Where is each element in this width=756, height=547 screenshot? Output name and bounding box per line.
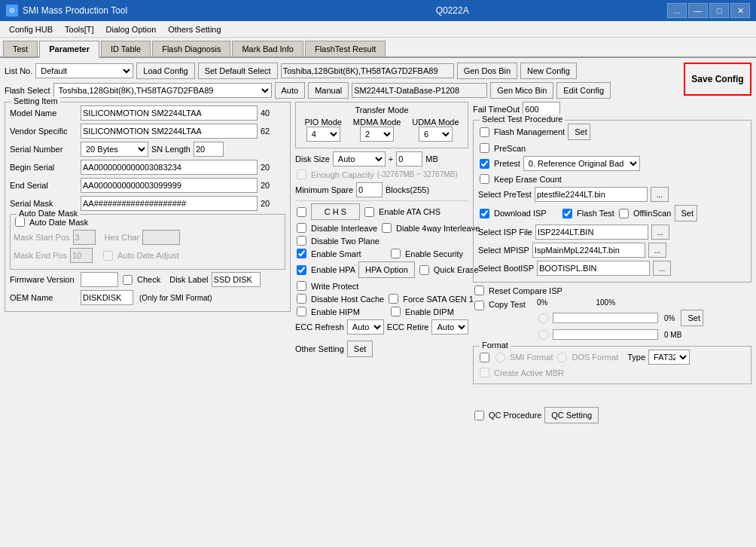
other-setting-set-button[interactable]: Set	[347, 341, 373, 357]
load-config-button[interactable]: Load Config	[136, 63, 194, 79]
pretest-checkbox[interactable]	[480, 159, 489, 169]
write-protect-checkbox[interactable]	[297, 281, 306, 291]
menu-dialog-option[interactable]: Dialog Option	[100, 23, 163, 35]
serial-number-select[interactable]: 20 Bytes	[81, 142, 148, 157]
set-default-select-button[interactable]: Set Default Select	[198, 63, 278, 79]
select-isp-file-input[interactable]	[535, 225, 648, 240]
disable-interleave-checkbox[interactable]	[297, 223, 306, 233]
gen-mico-bin-button[interactable]: Gen Mico Bin	[490, 82, 553, 99]
enable-dipm-checkbox[interactable]	[391, 307, 401, 316]
new-config-button[interactable]: New Config	[520, 63, 577, 79]
force-sata-gen1-checkbox[interactable]	[389, 294, 398, 304]
enable-hpa-checkbox[interactable]	[297, 265, 306, 275]
disable-4way-checkbox[interactable]	[382, 223, 392, 233]
manual-button[interactable]: Manual	[308, 82, 349, 99]
copy-test-set-button[interactable]: Set	[681, 310, 703, 326]
firmware-version-input[interactable]	[81, 272, 118, 287]
gen-dos-bin-button[interactable]: Gen Dos Bin	[457, 63, 517, 79]
maximize-button[interactable]: □	[709, 3, 729, 18]
select-pretest-browse[interactable]: ...	[651, 187, 669, 202]
quick-erase-checkbox[interactable]	[419, 265, 429, 275]
copy-test-radio2[interactable]	[538, 330, 548, 340]
enable-security-checkbox[interactable]	[391, 249, 401, 258]
qc-setting-button[interactable]: QC Setting	[544, 407, 599, 423]
flash-select-dropdown[interactable]: Toshiba,128Gbit(8K),TH58TAG7D2FBA89	[53, 83, 272, 98]
select-bootisp-browse[interactable]: ...	[653, 261, 671, 276]
dos-format-radio[interactable]	[557, 353, 567, 362]
disk-size-select[interactable]: Auto	[333, 151, 386, 167]
auto-date-mask-checkbox[interactable]	[15, 217, 25, 227]
tab-mark-bad-info[interactable]: Mark Bad Info	[232, 41, 303, 57]
copy-test-checkbox[interactable]	[474, 301, 484, 310]
edit-config-button[interactable]: Edit Config	[556, 82, 611, 99]
tab-flashtest-result[interactable]: FlashTest Result	[305, 41, 386, 57]
chs-checkbox[interactable]	[297, 207, 306, 217]
tab-test[interactable]: Test	[3, 41, 38, 57]
prescan-checkbox[interactable]	[480, 143, 489, 153]
begin-serial-input[interactable]	[81, 160, 258, 175]
disk-label-input[interactable]	[212, 272, 261, 287]
qc-procedure-label: QC Procedure	[489, 411, 541, 420]
udma-mode-select[interactable]: 6	[419, 127, 453, 142]
mask-end-pos-input[interactable]	[70, 248, 93, 263]
select-isp-file-browse[interactable]: ...	[651, 225, 669, 240]
top-row-1: List No. Default Load Config Set Default…	[5, 63, 751, 79]
qc-procedure-checkbox[interactable]	[474, 411, 484, 420]
ecc-retire-select[interactable]: Auto	[431, 319, 468, 335]
flash-management-set-button[interactable]: Set	[568, 124, 590, 140]
enough-capacity-checkbox[interactable]	[297, 170, 306, 179]
end-serial-input[interactable]	[81, 178, 258, 193]
keep-erase-count-checkbox[interactable]	[480, 174, 489, 184]
pretest-select[interactable]: 0. Reference Original Bad	[523, 156, 640, 171]
select-mpisp-browse[interactable]: ...	[648, 243, 666, 258]
vendor-specific-input[interactable]	[81, 124, 258, 139]
list-no-select[interactable]: Default	[35, 63, 133, 78]
offlin-scan-checkbox[interactable]	[619, 209, 629, 218]
select-pretest-input[interactable]	[535, 187, 648, 202]
flash-management-checkbox[interactable]	[480, 127, 489, 137]
download-isp-checkbox[interactable]	[480, 209, 489, 218]
model-name-input[interactable]	[81, 105, 258, 121]
hex-char-input[interactable]	[142, 230, 180, 245]
minimize-button[interactable]: —	[688, 3, 708, 18]
enable-hipm-checkbox[interactable]	[297, 307, 306, 316]
save-config-button[interactable]: Save Config	[684, 63, 751, 96]
smi-format-radio[interactable]	[495, 353, 505, 362]
tab-flash-diagnosis[interactable]: Flash Diagnosis	[152, 41, 230, 57]
type-select[interactable]: FAT32	[648, 350, 690, 365]
chs-button[interactable]: C H S	[311, 203, 360, 220]
copy-test-radio1[interactable]	[538, 313, 548, 323]
disable-host-cache-checkbox[interactable]	[297, 294, 306, 304]
mask-start-pos-input[interactable]	[73, 230, 96, 245]
check-checkbox[interactable]	[123, 275, 133, 285]
minimum-spare-input[interactable]	[356, 182, 383, 197]
serial-mask-input[interactable]	[81, 196, 258, 211]
dots-button[interactable]: ...	[667, 3, 687, 18]
select-bootisp-input[interactable]	[537, 261, 650, 276]
disable-two-plane-checkbox[interactable]	[297, 236, 306, 246]
menu-config-hub[interactable]: Config HUB	[3, 23, 59, 35]
oem-name-input[interactable]	[81, 290, 133, 305]
menu-tools[interactable]: Tools[T]	[59, 23, 100, 35]
pio-mode-select[interactable]: 4	[306, 127, 340, 142]
flash-test-checkbox[interactable]	[562, 209, 572, 218]
sn-length-input[interactable]	[194, 142, 224, 157]
tab-parameter[interactable]: Parameter	[39, 41, 99, 58]
hpa-option-button[interactable]: HPA Option	[358, 261, 415, 278]
isp-set-button[interactable]: Set	[675, 205, 697, 222]
enable-ata-chs-checkbox[interactable]	[364, 207, 374, 217]
reset-compare-isp-checkbox[interactable]	[474, 286, 484, 295]
copy-test-bar2-row: 0 MB	[537, 329, 703, 340]
disk-size-num[interactable]	[396, 151, 422, 167]
auto-button[interactable]: Auto	[275, 82, 306, 99]
format-checkbox[interactable]	[480, 353, 489, 362]
create-active-mbr-checkbox[interactable]	[480, 368, 489, 377]
ecc-refresh-select[interactable]: Auto	[347, 319, 384, 335]
menu-others-setting[interactable]: Others Setting	[162, 23, 227, 35]
select-mpisp-input[interactable]	[532, 243, 645, 258]
enable-smart-checkbox[interactable]	[297, 249, 306, 258]
close-button[interactable]: ✕	[730, 3, 750, 18]
auto-date-adjust-checkbox[interactable]	[103, 251, 113, 261]
tab-id-table[interactable]: ID Table	[101, 41, 151, 57]
mdma-mode-select[interactable]: 2	[360, 127, 394, 142]
